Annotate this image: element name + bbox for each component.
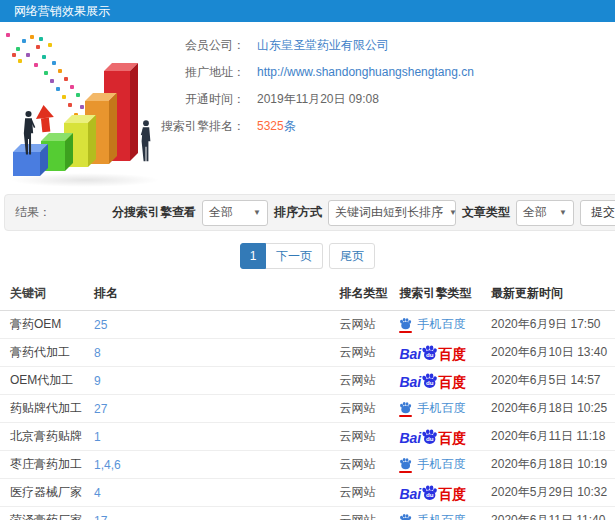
rank-link[interactable]: 17: [94, 514, 107, 520]
baidu-logo: Baidu百度: [399, 344, 466, 361]
table-row: 膏药代加工8云网站Baidu百度2020年6月10日 13:40: [0, 339, 615, 367]
member-info: 会员公司： 山东皇圣堂药业有限公司 推广地址： http://www.shand…: [150, 32, 474, 140]
svg-text:du: du: [426, 350, 434, 357]
table-header-row: 关键词 排名 排名类型 搜索引擎类型 最新更新时间: [0, 279, 615, 311]
engine-type-cell: Baidu百度: [393, 339, 485, 367]
chevron-down-icon: ▼: [449, 208, 457, 217]
engine-type-cell: 手机百度: [393, 311, 485, 339]
rank-cell: 4: [88, 479, 333, 507]
rank-count-label: 搜索引擎排名：: [150, 113, 245, 140]
info-row-url: 推广地址： http://www.shandonghuangshengtang.…: [150, 59, 474, 86]
baidu-logo: Baidu百度: [399, 428, 466, 445]
rank-cell: 9: [88, 367, 333, 395]
engine-select[interactable]: 全部 ▼: [202, 200, 268, 226]
baidu-paw-icon: du: [421, 372, 438, 389]
svg-text:du: du: [426, 434, 434, 441]
table-row: 药贴牌代加工27云网站手机百度2020年6月18日 10:25: [0, 395, 615, 423]
table-row: 医疗器械厂家4云网站Baidu百度2020年5月29日 10:32: [0, 479, 615, 507]
keyword-cell: 医疗器械厂家: [0, 479, 88, 507]
filter-bar: 结果： 分搜索引擎查看 全部 ▼ 排序方式 关键词由短到长排序 ▼ 文章类型 全…: [4, 194, 615, 231]
table-body: 膏药OEM25云网站手机百度2020年6月9日 17:50膏药代加工8云网站Ba…: [0, 311, 615, 520]
page-button-last[interactable]: 尾页: [329, 243, 375, 269]
rank-type-cell: 云网站: [333, 395, 393, 423]
mobile-baidu-logo: 手机百度: [399, 456, 465, 473]
mobile-baidu-paw-icon: [399, 401, 412, 417]
page-header: 网络营销效果展示: [0, 0, 615, 22]
rank-cell: 27: [88, 395, 333, 423]
rank-link[interactable]: 25: [94, 318, 107, 332]
open-time-value: 2019年11月20日 09:08: [257, 86, 379, 113]
mobile-baidu-logo: 手机百度: [399, 316, 465, 333]
mobile-baidu-paw-icon: [399, 317, 412, 333]
page-button-next[interactable]: 下一页: [266, 243, 323, 269]
rank-link[interactable]: 1: [94, 430, 101, 444]
rank-link[interactable]: 9: [94, 374, 101, 388]
chevron-down-icon: ▼: [559, 208, 567, 217]
rank-link[interactable]: 4: [94, 486, 101, 500]
company-link[interactable]: 山东皇圣堂药业有限公司: [257, 32, 389, 59]
info-row-rank-count: 搜索引擎排名： 5325条: [150, 113, 474, 140]
result-label: 结果：: [15, 204, 51, 221]
engine-type-cell: 手机百度: [393, 451, 485, 479]
rank-type-cell: 云网站: [333, 367, 393, 395]
engine-type-cell: 手机百度: [393, 507, 485, 520]
updated-cell: 2020年6月11日 11:40: [485, 507, 615, 520]
rank-cell: 1,4,6: [88, 451, 333, 479]
sort-select[interactable]: 关键词由短到长排序 ▼: [328, 200, 456, 226]
rank-link[interactable]: 8: [94, 346, 101, 360]
rank-type-cell: 云网站: [333, 507, 393, 520]
engine-filter-label: 分搜索引擎查看: [112, 204, 196, 221]
header-keyword: 关键词: [0, 279, 88, 311]
company-label: 会员公司：: [150, 32, 245, 59]
svg-text:du: du: [426, 378, 434, 385]
article-type-label: 文章类型: [462, 204, 510, 221]
keyword-cell: 药贴牌代加工: [0, 395, 88, 423]
keyword-cell: 北京膏药贴牌: [0, 423, 88, 451]
keyword-cell: OEM代加工: [0, 367, 88, 395]
open-time-label: 开通时间：: [150, 86, 245, 113]
table-row: 北京膏药贴牌1云网站Baidu百度2020年6月11日 11:18: [0, 423, 615, 451]
businessman-figure-left: [20, 110, 37, 158]
engine-type-cell: Baidu百度: [393, 367, 485, 395]
rank-link[interactable]: 27: [94, 402, 107, 416]
baidu-paw-icon: du: [421, 484, 438, 501]
rank-type-cell: 云网站: [333, 311, 393, 339]
updated-cell: 2020年6月11日 11:18: [485, 423, 615, 451]
rank-type-cell: 云网站: [333, 451, 393, 479]
page-button-current[interactable]: 1: [240, 243, 266, 269]
up-arrow-icon: [35, 104, 56, 134]
filter-controls: 分搜索引擎查看 全部 ▼ 排序方式 关键词由短到长排序 ▼ 文章类型 全部 ▼ …: [112, 200, 615, 226]
svg-text:du: du: [426, 490, 434, 497]
keyword-cell: 枣庄膏药加工: [0, 451, 88, 479]
updated-cell: 2020年5月29日 10:32: [485, 479, 615, 507]
mobile-baidu-paw-icon: [399, 513, 412, 520]
table-row: 菏泽膏药厂家17云网站手机百度2020年6月11日 11:40: [0, 507, 615, 520]
rank-cell: 25: [88, 311, 333, 339]
rank-cell: 1: [88, 423, 333, 451]
promo-url-link[interactable]: http://www.shandonghuangshengtang.cn: [257, 59, 474, 86]
header-updated: 最新更新时间: [485, 279, 615, 311]
mobile-baidu-logo: 手机百度: [399, 400, 465, 417]
updated-cell: 2020年6月18日 10:25: [485, 395, 615, 423]
rank-type-cell: 云网站: [333, 339, 393, 367]
article-type-select[interactable]: 全部 ▼: [516, 200, 574, 226]
rank-link[interactable]: 1,4,6: [94, 458, 121, 472]
updated-cell: 2020年6月18日 10:19: [485, 451, 615, 479]
baidu-paw-icon: du: [421, 428, 438, 445]
rank-count-value: 5325条: [257, 113, 296, 140]
keyword-cell: 膏药OEM: [0, 311, 88, 339]
sort-filter-label: 排序方式: [274, 204, 322, 221]
header-rank-type: 排名类型: [333, 279, 393, 311]
baidu-paw-icon: du: [421, 344, 438, 361]
submit-button[interactable]: 提交: [580, 200, 615, 226]
engine-type-cell: Baidu百度: [393, 423, 485, 451]
updated-cell: 2020年6月5日 14:57: [485, 367, 615, 395]
promo-url-label: 推广地址：: [150, 59, 245, 86]
rank-type-cell: 云网站: [333, 479, 393, 507]
rank-cell: 8: [88, 339, 333, 367]
confetti-dots: [6, 33, 10, 37]
mobile-baidu-logo: 手机百度: [399, 512, 465, 520]
info-section: 会员公司： 山东皇圣堂药业有限公司 推广地址： http://www.shand…: [0, 22, 615, 192]
rank-type-cell: 云网站: [333, 423, 393, 451]
chevron-down-icon: ▼: [253, 208, 261, 217]
